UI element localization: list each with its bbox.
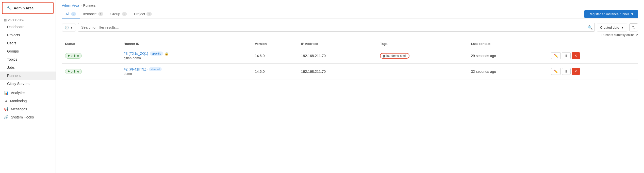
search-input[interactable]	[78, 23, 595, 32]
row1-runner-id-cell: #3 (TX1s_ZQ1) specific 🔒 gitlab-demo	[121, 48, 252, 64]
filter-history-button[interactable]: 🕐 ▼	[62, 24, 76, 31]
status-label-2: online	[71, 70, 79, 73]
admin-area-label: Admin Area	[14, 6, 34, 10]
row2-tags	[377, 64, 468, 79]
pause-button[interactable]: ⏸	[562, 52, 571, 59]
row2-status: online	[62, 64, 121, 79]
breadcrumb: Admin Area › Runners	[56, 0, 644, 9]
sidebar-item-topics[interactable]: Topics	[0, 55, 56, 63]
tab-project[interactable]: Project 1	[130, 9, 155, 19]
tab-all[interactable]: All 2	[62, 9, 80, 19]
col-ip: IP Address	[298, 40, 377, 48]
analytics-icon: 📊	[4, 91, 8, 95]
topics-label: Topics	[7, 57, 17, 61]
tab-all-count: 2	[71, 12, 76, 16]
users-label: Users	[7, 41, 16, 45]
search-box: 🔍	[78, 23, 595, 32]
analytics-label: Analytics	[11, 91, 25, 95]
admin-area-header[interactable]: 🔧 Admin Area	[2, 2, 54, 14]
tag-badge-highlighted: gitlab-demo-shell	[380, 53, 409, 59]
breadcrumb-separator: ›	[80, 4, 81, 7]
status-dot-2	[68, 71, 70, 72]
runner1-type-badge: specific	[150, 51, 163, 56]
sort-order-icon: ⇅	[632, 25, 635, 29]
main-content: Admin Area › Runners All 2 Instance 1 Gr…	[56, 0, 644, 173]
breadcrumb-parent[interactable]: Admin Area	[62, 4, 79, 7]
row2-ip: 192.168.211.70	[298, 64, 377, 79]
breadcrumb-current: Runners	[83, 4, 96, 7]
status-badge-online: online	[65, 53, 82, 59]
sort-order-button[interactable]: ⇅	[629, 23, 638, 31]
status-badge-online-2: online	[65, 69, 82, 74]
wrench-icon: 🔧	[7, 6, 12, 10]
history-icon: 🕐	[65, 26, 69, 29]
delete-button[interactable]: ✕	[572, 52, 580, 59]
sidebar-item-runners[interactable]: Runners	[0, 72, 56, 80]
messages-icon: 📢	[4, 107, 8, 111]
runner2-link[interactable]: #2 (PF41kT9Z)	[124, 67, 147, 71]
register-runner-label: Register an instance runner	[588, 12, 629, 16]
register-runner-button[interactable]: Register an instance runner ▼	[584, 10, 638, 18]
runners-label: Runners	[7, 74, 21, 78]
tabs-list: All 2 Instance 1 Group 0 Project 1	[62, 9, 155, 19]
table-row: online #2 (PF41kT9Z) shared demo 14.6.0	[62, 64, 638, 79]
runners-table: Status Runner ID Version IP Address Tags…	[62, 40, 638, 79]
row1-status: online	[62, 48, 121, 64]
sidebar-item-system-hooks[interactable]: 🔗 System Hooks	[0, 113, 56, 121]
sidebar-item-jobs[interactable]: Jobs	[0, 63, 56, 72]
sidebar-item-messages[interactable]: 📢 Messages	[0, 105, 56, 113]
sidebar-item-groups[interactable]: Groups	[0, 47, 56, 55]
row1-ip: 192.168.211.70	[298, 48, 377, 64]
online-count-text: Runners currently online: 2	[602, 33, 638, 37]
runner2-type-badge: shared	[149, 67, 162, 71]
gitaly-servers-label: Gitaly Servers	[7, 82, 29, 86]
sidebar-item-users[interactable]: Users	[0, 39, 56, 47]
sidebar-item-monitoring[interactable]: 🖥 Monitoring	[0, 97, 56, 105]
search-button[interactable]: 🔍	[588, 25, 593, 30]
tab-instance-count: 1	[98, 12, 103, 16]
dropdown-chevron-icon: ▼	[631, 12, 634, 16]
tab-all-label: All	[65, 12, 70, 16]
filter-bar: 🕐 ▼ 🔍 Created date ▼ ⇅	[62, 23, 638, 32]
sort-chevron-icon: ▼	[621, 26, 624, 29]
delete-button-2[interactable]: ✕	[572, 68, 580, 75]
system-hooks-icon: 🔗	[4, 115, 8, 119]
tab-instance-label: Instance	[83, 12, 97, 16]
projects-label: Projects	[7, 33, 20, 37]
dashboard-label: Dashboard	[7, 25, 25, 29]
col-tags: Tags	[377, 40, 468, 48]
action-buttons: ✏️ ⏸ ✕	[551, 52, 635, 59]
last-contact-value-2: 32 seconds ago	[471, 70, 496, 74]
status-label: online	[71, 54, 79, 58]
sidebar-item-projects[interactable]: Projects	[0, 31, 56, 39]
col-last-contact: Last contact	[468, 40, 548, 48]
jobs-label: Jobs	[7, 65, 15, 70]
tab-instance[interactable]: Instance 1	[80, 9, 107, 19]
edit-button[interactable]: ✏️	[551, 52, 561, 59]
col-actions	[548, 40, 638, 48]
lock-icon: 🔒	[164, 52, 169, 56]
runner1-link[interactable]: #3 (TX1s_ZQ1)	[124, 51, 148, 56]
edit-button-2[interactable]: ✏️	[551, 68, 561, 75]
sidebar-item-dashboard[interactable]: Dashboard	[0, 23, 56, 31]
tab-group[interactable]: Group 0	[107, 9, 130, 19]
row1-version: 14.6.0	[252, 48, 298, 64]
version-value: 14.6.0	[255, 54, 265, 58]
col-status: Status	[62, 40, 121, 48]
row1-last-contact: 29 seconds ago	[468, 48, 548, 64]
pause-button-2[interactable]: ⏸	[562, 68, 571, 75]
row1-actions: ✏️ ⏸ ✕	[548, 48, 638, 64]
sort-label: Created date	[600, 26, 619, 29]
sort-dropdown-button[interactable]: Created date ▼	[597, 24, 627, 31]
tab-project-count: 1	[146, 12, 152, 16]
row2-actions: ✏️ ⏸ ✕	[548, 64, 638, 79]
col-runner-id: Runner ID	[121, 40, 252, 48]
sidebar-item-analytics[interactable]: 📊 Analytics	[0, 89, 56, 97]
online-count: Runners currently online: 2	[62, 33, 638, 37]
sidebar: 🔧 Admin Area ▦ Overview Dashboard Projec…	[0, 0, 56, 173]
system-hooks-label: System Hooks	[11, 115, 34, 119]
sidebar-item-gitaly-servers[interactable]: Gitaly Servers	[0, 80, 56, 88]
status-dot	[68, 55, 70, 57]
tab-group-count: 0	[122, 12, 127, 16]
row2-last-contact: 32 seconds ago	[468, 64, 548, 79]
